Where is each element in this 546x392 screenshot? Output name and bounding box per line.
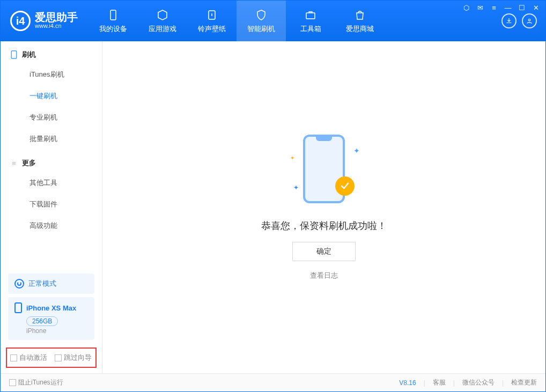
sidebar: 刷机 iTunes刷机 一键刷机 专业刷机 批量刷机 ≡ 更多 其他工具 下载固…: [1, 41, 102, 373]
music-icon: [205, 8, 219, 22]
footer: 阻止iTunes运行 V8.16 | 客服 | 微信公众号 | 检查更新: [1, 373, 545, 391]
logo[interactable]: i4 爱思助手 www.i4.cn: [1, 1, 88, 41]
main-content: ✦ ✦ ✦ 恭喜您，保资料刷机成功啦！ 确定 查看日志: [102, 41, 545, 373]
sparkle-icon: ✦: [290, 155, 294, 161]
version-label: V8.16: [399, 379, 416, 387]
device-small-icon: [14, 302, 22, 313]
feedback-icon[interactable]: ✉: [476, 4, 484, 12]
toolbox-icon: [304, 8, 318, 22]
body: 刷机 iTunes刷机 一键刷机 专业刷机 批量刷机 ≡ 更多 其他工具 下载固…: [1, 41, 545, 373]
success-illustration: ✦ ✦ ✦: [278, 135, 370, 210]
minimize-icon[interactable]: —: [504, 4, 512, 12]
storage-badge: 256GB: [26, 316, 58, 326]
success-message: 恭喜您，保资料刷机成功啦！: [261, 219, 387, 232]
svg-rect-0: [110, 10, 116, 20]
tab-label: 工具箱: [300, 24, 321, 34]
tab-ringtones[interactable]: 铃声壁纸: [187, 1, 237, 41]
download-icon[interactable]: [501, 13, 517, 28]
cube-icon: [156, 8, 169, 22]
footer-link-wechat[interactable]: 微信公众号: [462, 378, 495, 387]
list-icon: ≡: [10, 159, 18, 167]
menu-icon[interactable]: ≡: [490, 4, 498, 12]
maximize-icon[interactable]: ☐: [518, 4, 526, 12]
shield-icon: [254, 8, 268, 22]
phone-icon: [10, 51, 18, 58]
svg-rect-2: [306, 13, 315, 19]
sidebar-item-batch-flash[interactable]: 批量刷机: [1, 128, 102, 150]
ok-button[interactable]: 确定: [292, 242, 356, 261]
tab-apps-games[interactable]: 应用游戏: [138, 1, 187, 41]
view-log-link[interactable]: 查看日志: [310, 271, 338, 280]
window-controls: ⬡ ✉ ≡ — ☐ ✕: [462, 4, 540, 12]
tab-label: 智能刷机: [247, 24, 275, 34]
tab-my-device[interactable]: 我的设备: [88, 1, 138, 41]
app-name-en: www.i4.cn: [35, 23, 78, 29]
skip-guide-checkbox[interactable]: 跳过向导: [55, 353, 92, 363]
tab-smart-flash[interactable]: 智能刷机: [237, 1, 286, 41]
sidebar-item-download-firmware[interactable]: 下载固件: [1, 194, 102, 215]
tab-store[interactable]: 爱思商城: [335, 1, 385, 41]
section-title: 刷机: [22, 50, 36, 60]
sidebar-item-itunes-flash[interactable]: iTunes刷机: [1, 64, 102, 85]
logo-text: 爱思助手 www.i4.cn: [35, 12, 78, 29]
skip-guide-label: 跳过向导: [64, 353, 92, 361]
sidebar-section-flash: 刷机: [1, 41, 102, 64]
tab-label: 铃声壁纸: [198, 24, 226, 34]
svg-point-3: [528, 19, 530, 21]
sidebar-item-other-tools[interactable]: 其他工具: [1, 172, 102, 194]
app-name-cn: 爱思助手: [35, 12, 78, 23]
block-itunes-label: 阻止iTunes运行: [18, 379, 63, 386]
sidebar-item-pro-flash[interactable]: 专业刷机: [1, 107, 102, 128]
check-icon: [335, 176, 355, 196]
close-icon[interactable]: ✕: [532, 4, 540, 12]
app-window: ⬡ ✉ ≡ — ☐ ✕ i4 爱思助手 www.i4.cn 我的设备 应用游戏: [0, 0, 546, 392]
block-itunes-checkbox[interactable]: 阻止iTunes运行: [9, 378, 63, 387]
auto-activate-label: 自动激活: [19, 353, 47, 361]
sidebar-section-more: ≡ 更多: [1, 150, 102, 172]
tab-label: 我的设备: [99, 24, 127, 34]
bag-icon: [353, 8, 367, 22]
device-type: iPhone: [26, 327, 88, 335]
tab-toolbox[interactable]: 工具箱: [286, 1, 335, 41]
device-name: iPhone XS Max: [26, 304, 76, 312]
device-card[interactable]: iPhone XS Max 256GB iPhone: [8, 297, 94, 340]
user-icon[interactable]: [522, 13, 537, 28]
section-title: 更多: [22, 158, 36, 168]
skin-icon[interactable]: ⬡: [462, 4, 470, 12]
auto-activate-checkbox[interactable]: 自动激活: [10, 353, 47, 363]
footer-link-support[interactable]: 客服: [433, 378, 446, 387]
mode-label: 正常模式: [28, 279, 56, 289]
svg-rect-4: [11, 51, 17, 58]
mode-card[interactable]: 正常模式: [8, 273, 94, 294]
sidebar-item-oneclick-flash[interactable]: 一键刷机: [1, 85, 102, 107]
footer-link-update[interactable]: 检查更新: [511, 378, 537, 387]
sparkle-icon: ✦: [293, 184, 299, 191]
sparkle-icon: ✦: [353, 146, 360, 155]
mode-icon: [14, 279, 24, 289]
highlighted-options-box: 自动激活 跳过向导: [6, 347, 97, 368]
device-icon: [106, 8, 120, 22]
nav-tabs: 我的设备 应用游戏 铃声壁纸 智能刷机 工具箱 爱思商城: [88, 1, 385, 41]
logo-icon: i4: [10, 11, 31, 31]
tab-label: 应用游戏: [149, 24, 176, 34]
sidebar-item-advanced[interactable]: 高级功能: [1, 215, 102, 236]
tab-label: 爱思商城: [346, 24, 374, 34]
